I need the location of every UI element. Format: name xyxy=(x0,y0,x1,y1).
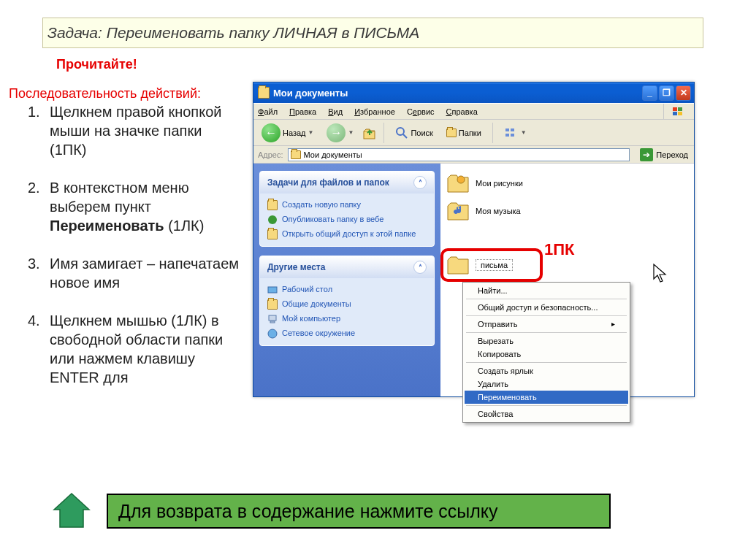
window-titlebar[interactable]: Мои документы _ ❐ ✕ xyxy=(253,83,694,103)
ctx-find[interactable]: Найти... xyxy=(465,284,628,297)
svg-rect-3 xyxy=(673,112,677,115)
tasks-header[interactable]: Задачи для файлов и папок ˄ xyxy=(260,172,434,193)
go-button[interactable]: ➔ Переход xyxy=(634,146,694,164)
instruction-steps: Щелкнем правой кнопкой мыши на значке па… xyxy=(28,102,240,406)
step-4: Щелкнем мышью (1ЛК) в свободной области … xyxy=(28,311,240,387)
context-menu: Найти... Общий доступ и безопасность... … xyxy=(462,282,630,423)
task-share-folder[interactable]: Открыть общий доступ к этой папке xyxy=(267,227,427,242)
menu-view[interactable]: Вид xyxy=(328,107,343,116)
explorer-window: Мои документы _ ❐ ✕ Файл Правка Вид Избр… xyxy=(253,82,695,397)
svg-rect-13 xyxy=(268,287,277,293)
svg-point-12 xyxy=(268,215,277,224)
svg-rect-2 xyxy=(678,107,682,111)
svg-rect-9 xyxy=(511,129,514,131)
folder-letters-highlighted[interactable]: письма xyxy=(440,248,543,282)
tasks-group: Задачи для файлов и папок ˄ Создать нову… xyxy=(259,171,435,247)
go-arrow-icon: ➔ xyxy=(640,148,653,161)
ctx-copy[interactable]: Копировать xyxy=(465,348,628,361)
sequence-heading: Последовательность действий: xyxy=(9,86,201,101)
task-pane: Задачи для файлов и папок ˄ Создать нову… xyxy=(253,164,440,396)
views-button[interactable]: ▼ xyxy=(499,124,532,142)
task-label: Задача: xyxy=(47,24,102,41)
menu-bar: Файл Правка Вид Избранное Сервис Справка xyxy=(253,103,694,119)
task-publish-web[interactable]: Опубликовать папку в вебе xyxy=(267,212,427,227)
forward-button[interactable]: →▼ xyxy=(321,121,359,145)
place-shared-docs[interactable]: Общие документы xyxy=(267,297,427,312)
toolbar: ← Назад▼ →▼ Поиск Папки ▼ xyxy=(253,119,694,145)
menu-tools[interactable]: Сервис xyxy=(407,107,435,116)
collapse-icon[interactable]: ˄ xyxy=(413,261,427,274)
svg-line-7 xyxy=(403,134,407,138)
ctx-cut[interactable]: Вырезать xyxy=(465,334,628,348)
ctx-shortcut[interactable]: Создать ярлык xyxy=(465,364,628,377)
address-bar: Адрес: Мои документы ➔ Переход xyxy=(253,145,694,163)
maximize-button[interactable]: ❐ xyxy=(659,85,674,101)
ctx-sharing[interactable]: Общий доступ и безопасность... xyxy=(465,301,628,314)
collapse-icon[interactable]: ˄ xyxy=(413,176,427,189)
svg-point-6 xyxy=(397,128,404,135)
folder-rename-input[interactable]: письма xyxy=(476,259,513,271)
svg-point-16 xyxy=(268,329,277,338)
svg-marker-0 xyxy=(54,494,89,527)
folder-view[interactable]: Мои рисунки Моя музыка 1ПК письма Найти.… xyxy=(440,164,694,396)
back-button[interactable]: ← Назад▼ xyxy=(256,121,318,145)
folder-icon xyxy=(446,129,457,137)
place-desktop[interactable]: Рабочий стол xyxy=(267,283,427,297)
search-icon xyxy=(395,126,408,139)
step-2: В контекстном меню выберем пункт Переиме… xyxy=(28,178,240,235)
home-icon[interactable] xyxy=(48,491,95,532)
folders-button[interactable]: Папки xyxy=(441,126,486,139)
return-banner[interactable]: Для возврата в содержание нажмите ссылку xyxy=(107,494,611,529)
task-create-folder[interactable]: Создать новую папку xyxy=(267,198,427,212)
read-heading: Прочитайте! xyxy=(56,57,137,72)
menu-file[interactable]: Файл xyxy=(258,107,278,116)
svg-rect-4 xyxy=(678,112,682,115)
svg-rect-8 xyxy=(505,129,509,131)
other-places-group: Другие места ˄ Рабочий стол Общие докуме… xyxy=(259,256,435,346)
annotation-1pk: 1ПК xyxy=(544,240,574,259)
ctx-rename[interactable]: Переименовать xyxy=(465,391,628,404)
places-header[interactable]: Другие места ˄ xyxy=(260,256,434,278)
minimize-button[interactable]: _ xyxy=(642,85,657,101)
ctx-send-to[interactable]: Отправить xyxy=(465,318,628,331)
task-text: Переименовать папку ЛИЧНАЯ в ПИСЬМА xyxy=(107,24,420,41)
svg-rect-14 xyxy=(269,315,276,321)
back-icon: ← xyxy=(262,123,280,142)
place-network[interactable]: Сетевое окружение xyxy=(267,326,427,341)
place-my-computer[interactable]: Мой компьютер xyxy=(267,312,427,326)
folder-music[interactable]: Моя музыка xyxy=(446,197,688,225)
step-1: Щелкнем правой кнопкой мыши на значке па… xyxy=(28,102,240,159)
cursor-icon xyxy=(652,263,668,283)
address-input[interactable]: Мои документы xyxy=(288,148,630,161)
svg-rect-1 xyxy=(673,107,677,111)
task-banner: Задача: Переименовать папку ЛИЧНАЯ в ПИС… xyxy=(42,18,703,48)
address-label: Адрес: xyxy=(258,150,283,159)
folder-icon xyxy=(258,87,270,99)
window-title: Мои документы xyxy=(273,88,642,99)
svg-rect-10 xyxy=(505,134,509,137)
ctx-delete[interactable]: Удалить xyxy=(465,377,628,391)
svg-rect-15 xyxy=(270,321,275,323)
close-button[interactable]: ✕ xyxy=(676,85,691,101)
views-icon xyxy=(504,126,519,139)
menu-edit[interactable]: Правка xyxy=(289,107,316,116)
ctx-properties[interactable]: Свойства xyxy=(465,407,628,421)
menu-help[interactable]: Справка xyxy=(446,107,478,116)
windows-flag-icon xyxy=(663,104,691,120)
search-button[interactable]: Поиск xyxy=(390,124,438,142)
svg-rect-11 xyxy=(511,134,514,137)
folder-icon xyxy=(291,150,301,159)
folder-pictures[interactable]: Мои рисунки xyxy=(446,169,688,197)
menu-fav[interactable]: Избранное xyxy=(354,107,395,116)
step-3: Имя замигает – напечатаем новое имя xyxy=(28,254,240,292)
up-folder-button[interactable] xyxy=(362,125,378,141)
forward-icon: → xyxy=(327,123,346,142)
svg-point-17 xyxy=(457,176,465,183)
